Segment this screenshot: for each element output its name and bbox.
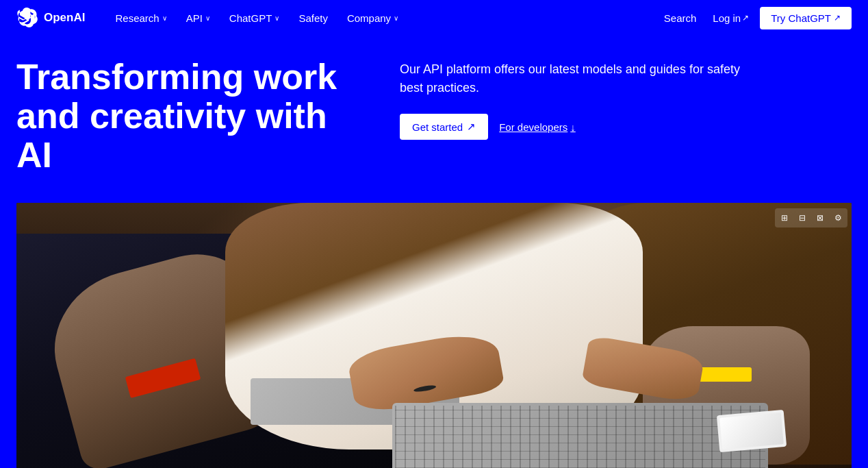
hero-left: Transforming work and creativity with AI [16, 58, 345, 175]
hero-buttons: Get started ↗ For developers ↓ [400, 114, 852, 140]
login-button[interactable]: Log in ↗ [707, 8, 754, 28]
nav-research[interactable]: Research ∨ [107, 8, 175, 28]
developers-arrow-icon: ↓ [570, 121, 576, 133]
openai-logo-icon [16, 7, 38, 29]
brand-name: OpenAI [44, 11, 85, 25]
get-started-button[interactable]: Get started ↗ [400, 114, 488, 140]
laptop-keyboard [392, 403, 768, 468]
logo[interactable]: OpenAI [16, 7, 85, 29]
toolbar-view1-button[interactable]: ⊞ [776, 210, 793, 226]
image-toolbar: ⊞ ⊟ ⊠ ⚙ [775, 208, 847, 227]
search-button[interactable]: Search [659, 8, 702, 28]
try-arrow-icon: ↗ [834, 13, 841, 23]
hero-image [16, 203, 852, 468]
nav-company[interactable]: Company ∨ [339, 8, 407, 28]
nav-links: Research ∨ API ∨ ChatGPT ∨ Safety Compan… [107, 8, 658, 28]
nav-safety[interactable]: Safety [290, 8, 336, 28]
nav-chatgpt[interactable]: ChatGPT ∨ [221, 8, 288, 28]
hero-section: Transforming work and creativity with AI… [0, 36, 868, 203]
toolbar-view3-button[interactable]: ⊠ [812, 210, 828, 226]
api-chevron-icon: ∨ [205, 14, 210, 22]
nav-actions: Search Log in ↗ Try ChatGPT ↗ [659, 7, 852, 29]
chatgpt-chevron-icon: ∨ [275, 14, 279, 22]
try-chatgpt-button[interactable]: Try ChatGPT ↗ [760, 7, 852, 29]
login-arrow-icon: ↗ [742, 13, 749, 23]
hero-description: Our API platform offers our latest model… [400, 60, 756, 97]
phone-on-table [717, 409, 787, 452]
research-chevron-icon: ∨ [162, 14, 167, 22]
hero-right: Our API platform offers our latest model… [400, 58, 852, 140]
get-started-arrow-icon: ↗ [467, 121, 476, 133]
for-developers-button[interactable]: For developers ↓ [499, 121, 576, 133]
hero-title: Transforming work and creativity with AI [16, 58, 345, 175]
nav-api[interactable]: API ∨ [178, 8, 218, 28]
navbar: OpenAI Research ∨ API ∨ ChatGPT ∨ Safety… [0, 0, 868, 36]
toolbar-view2-button[interactable]: ⊟ [794, 210, 810, 226]
company-chevron-icon: ∨ [394, 14, 398, 22]
image-section: ⊞ ⊟ ⊠ ⚙ [0, 203, 868, 468]
toolbar-settings-button[interactable]: ⚙ [830, 210, 846, 226]
